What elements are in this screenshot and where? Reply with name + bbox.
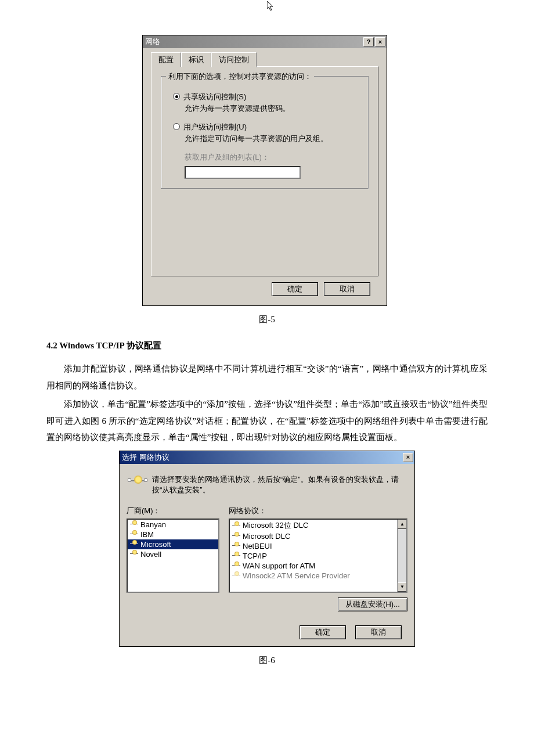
protocol-item[interactable]: Microsoft DLC	[230, 531, 406, 541]
protocol-icon	[232, 561, 240, 570]
tab-access-control[interactable]: 访问控制	[211, 52, 257, 67]
ok-button[interactable]: 确定	[272, 282, 318, 296]
vendor-listbox[interactable]: Banyan IBM Microsoft Novell	[127, 519, 219, 593]
protocol-icon	[232, 521, 240, 530]
protocol-icon	[232, 532, 240, 540]
cancel-button[interactable]: 取消	[324, 282, 370, 296]
paragraph-1: 添加并配置协议，网络通信协议是网络中不同计算机进行相互“交谈”的“语言”，网络中…	[46, 361, 488, 394]
vendor-item-novell[interactable]: Novell	[128, 549, 218, 559]
cursor-arrow-icon	[267, 1, 275, 12]
tab-ident[interactable]: 标识	[181, 52, 211, 67]
vendor-item-microsoft[interactable]: Microsoft	[128, 539, 218, 549]
tab-strip: 配置 标识 访问控制	[151, 53, 378, 67]
instruction-text: 请选择要安装的网络通讯协议，然后按“确定”。如果有设备的安装软盘，请按“从软盘安…	[152, 474, 405, 495]
from-disk-button[interactable]: 从磁盘安装(H)...	[338, 597, 407, 611]
scroll-up-icon[interactable]: ▲	[398, 520, 407, 529]
protocol-item-tcpip[interactable]: TCP/IP	[230, 551, 406, 561]
scroll-down-icon[interactable]: ▼	[398, 582, 407, 592]
access-group: 利用下面的选项，控制对共享资源的访问： 共享级访问控制(S) 允许为每一共享资源…	[161, 76, 369, 189]
protocol-icon	[130, 540, 138, 548]
ok-button-2[interactable]: 确定	[300, 625, 346, 639]
scrollbar[interactable]: ▲ ▼	[397, 520, 406, 592]
protocol-icon	[232, 571, 240, 579]
list-source-label: 获取用户及组的列表(L)：	[185, 152, 359, 163]
tab-panel: 利用下面的选项，控制对共享资源的访问： 共享级访问控制(S) 允许为每一共享资源…	[151, 66, 378, 276]
radio-share-desc: 允许为每一共享资源提供密码。	[185, 103, 359, 114]
titlebar-protocol: 选择 网络协议 ×	[120, 451, 414, 464]
radio-share-label: 共享级访问控制(S)	[183, 92, 246, 102]
protocol-icon	[232, 542, 240, 550]
protocol-icon	[130, 550, 138, 558]
protocol-item[interactable]: WAN support for ATM	[230, 561, 406, 571]
titlebar-title: 网络	[145, 37, 160, 47]
network-dialog: 网络 ? × 配置 标识 访问控制 利用下面的选项，控制对共享资源的访问：	[142, 35, 387, 306]
radio-user-level[interactable]: 用户级访问控制(U)	[173, 122, 356, 132]
figure-caption-5: 图-5	[46, 314, 488, 325]
network-protocol-icon	[129, 474, 146, 489]
radio-user-label: 用户级访问控制(U)	[183, 122, 247, 132]
figure-caption-6: 图-6	[46, 655, 488, 666]
vendor-header: 厂商(M)：	[127, 506, 219, 516]
titlebar-title-2: 选择 网络协议	[122, 453, 169, 462]
vendor-item-banyan[interactable]: Banyan	[128, 520, 218, 530]
titlebar-network: 网络 ? ×	[143, 35, 387, 48]
close-button-2[interactable]: ×	[403, 453, 413, 462]
select-protocol-dialog: 选择 网络协议 × 请选择要安装的网络通讯协议，然后按“确定”。如果有设备的安装…	[119, 451, 415, 647]
list-source-input[interactable]	[185, 166, 301, 179]
section-heading: 4.2 Windows TCP/IP 协议配置	[46, 340, 488, 351]
protocol-listbox[interactable]: Microsoft 32位 DLC Microsoft DLC NetBEUI …	[229, 519, 407, 593]
cancel-button-2[interactable]: 取消	[355, 625, 402, 639]
protocol-item[interactable]: Microsoft 32位 DLC	[230, 520, 406, 531]
close-button[interactable]: ×	[375, 37, 385, 46]
protocol-icon	[130, 530, 138, 538]
protocol-item[interactable]: Winsock2 ATM Service Provider	[230, 571, 406, 581]
radio-share-level[interactable]: 共享级访问控制(S)	[173, 92, 356, 102]
protocol-icon	[130, 520, 138, 528]
radio-dot-icon	[173, 123, 180, 130]
protocol-item[interactable]: NetBEUI	[230, 541, 406, 551]
tab-config[interactable]: 配置	[151, 52, 181, 67]
help-button[interactable]: ?	[363, 37, 374, 46]
radio-user-desc: 允许指定可访问每一共享资源的用户及组。	[185, 134, 359, 144]
group-title: 利用下面的选项，控制对共享资源的访问：	[166, 71, 314, 82]
protocol-header: 网络协议：	[229, 506, 407, 516]
vendor-item-ibm[interactable]: IBM	[128, 530, 218, 539]
svg-marker-0	[267, 1, 273, 10]
protocol-icon	[232, 552, 240, 560]
radio-dot-selected-icon	[173, 93, 180, 100]
paragraph-2: 添加协议，单击“配置”标签选项中的“添加”按钮，选择“协议”组件类型；单击“添加…	[46, 396, 488, 446]
